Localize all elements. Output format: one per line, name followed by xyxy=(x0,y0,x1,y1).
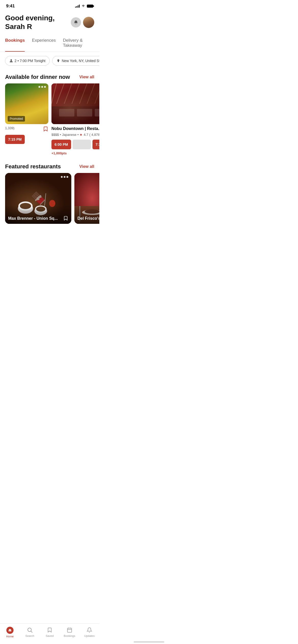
card-image-wrap: Promoted xyxy=(5,83,48,124)
card-info: 1,339) 7:15 PM xyxy=(5,124,48,144)
svg-line-2 xyxy=(51,83,57,104)
tabs: Bookings Experiences Delivery & Takeaway xyxy=(0,35,99,52)
tab-delivery[interactable]: Delivery & Takeaway xyxy=(63,35,87,52)
nobu-star: ★ xyxy=(79,133,83,137)
avatar[interactable] xyxy=(83,17,94,28)
nobu-time-715[interactable]: 7:15 PM xyxy=(92,140,99,149)
nobu-meta: $$$$ • Japanese • ★ 4.7 ( 4,878 ) xyxy=(51,133,99,137)
maxbrenner-name-row: Max Brenner - Union Sq... xyxy=(5,206,71,224)
restaurant-cards-scroll: Promoted 1,339) 7:15 PM xyxy=(0,83,99,159)
maxbrenner-name: Max Brenner - Union Sq... xyxy=(8,216,61,221)
featured-section: Featured restaurants View all xyxy=(0,159,99,229)
svg-rect-1 xyxy=(51,83,99,124)
nobu-name: Nobu Downtown | Resta... xyxy=(51,126,99,131)
svg-line-5 xyxy=(72,83,79,104)
svg-rect-10 xyxy=(51,106,99,124)
delfrisco-name: Del Frisco's G xyxy=(77,216,99,221)
maxbrenner-image: Max Brenner - Union Sq... xyxy=(5,173,71,224)
person-icon xyxy=(9,59,13,63)
location-filter[interactable]: New York, NY, United States xyxy=(52,56,99,66)
location-icon xyxy=(57,59,60,63)
signal-icon xyxy=(75,5,80,8)
promoted-badge: Promoted xyxy=(8,116,25,122)
tab-experiences[interactable]: Experiences xyxy=(32,35,56,52)
svg-rect-12 xyxy=(77,109,92,116)
header-actions xyxy=(71,17,94,28)
guests-filter-label: 2 • 7:00 PM Tonight xyxy=(15,59,45,63)
svg-line-23 xyxy=(45,193,46,206)
svg-rect-0 xyxy=(51,83,99,124)
nobu-image-wrap xyxy=(51,83,99,124)
filter-row: 2 • 7:00 PM Tonight New York, NY, United… xyxy=(0,52,99,70)
featured-title: Featured restaurants xyxy=(5,163,61,170)
featured-cards-scroll: Max Brenner - Union Sq... xyxy=(0,173,99,224)
available-title: Available for dinner now xyxy=(5,74,70,80)
delfrisco-image: Del Frisco's G xyxy=(74,173,99,224)
greeting-text: Good evening, Sarah R xyxy=(5,14,71,31)
time-buttons: 7:15 PM xyxy=(5,135,48,144)
status-bar: 9:41 xyxy=(0,0,99,11)
featured-section-header: Featured restaurants View all xyxy=(0,159,99,173)
available-section-header: Available for dinner now View all xyxy=(0,70,99,83)
card-top-row: 1,339) xyxy=(5,126,48,132)
nobu-cuisine: Japanese xyxy=(62,133,76,137)
svg-line-4 xyxy=(64,83,72,104)
nobu-time-buttons: 6:00 PM 7:15 PM xyxy=(51,140,99,149)
featured-card-maxbrenner[interactable]: Max Brenner - Union Sq... xyxy=(5,173,71,224)
nobu-review-count: 4,878 xyxy=(91,133,99,137)
nobu-card-top-row: Nobu Downtown | Resta... xyxy=(51,126,99,132)
svg-line-6 xyxy=(79,83,87,104)
nobu-rating: 4.7 xyxy=(84,133,88,137)
featured-card-delfrisco[interactable]: Del Frisco's G xyxy=(74,173,99,224)
tab-bookings[interactable]: Bookings xyxy=(5,35,25,52)
delfrisco-name-row: Del Frisco's G xyxy=(74,206,99,224)
time-button-715[interactable]: 7:15 PM xyxy=(5,135,25,144)
maxbrenner-bookmark[interactable] xyxy=(63,216,68,221)
nobu-image xyxy=(51,83,99,124)
maxbrenner-dots xyxy=(61,176,68,178)
svg-rect-11 xyxy=(59,109,74,116)
battery-icon xyxy=(87,5,93,8)
header: Good evening, Sarah R xyxy=(0,11,99,35)
restaurant-card-nobu[interactable]: Nobu Downtown | Resta... $$$$ • Japanese… xyxy=(51,83,99,155)
svg-line-7 xyxy=(87,83,95,104)
status-icons xyxy=(75,5,93,8)
bookmark-icon[interactable] xyxy=(43,126,48,132)
nobu-decor xyxy=(51,83,99,124)
bell-icon xyxy=(74,20,78,25)
featured-view-all[interactable]: View all xyxy=(79,164,94,169)
nobu-time-600[interactable]: 6:00 PM xyxy=(51,140,71,149)
notification-button[interactable] xyxy=(71,17,81,27)
nobu-points: +1,000pts xyxy=(51,151,99,155)
card-dots xyxy=(38,86,46,88)
wifi-icon xyxy=(81,5,85,8)
location-filter-label: New York, NY, United States xyxy=(62,59,99,63)
nobu-time-empty xyxy=(73,140,91,149)
status-time: 9:41 xyxy=(6,4,15,9)
nobu-price: $$$$ xyxy=(51,133,59,137)
svg-rect-13 xyxy=(95,109,99,116)
nobu-card-info: Nobu Downtown | Resta... $$$$ • Japanese… xyxy=(51,124,99,155)
card-review-count: 1,339) xyxy=(5,126,15,130)
svg-line-8 xyxy=(95,83,99,104)
svg-line-3 xyxy=(57,83,64,104)
available-view-all[interactable]: View all xyxy=(79,75,94,79)
guests-filter[interactable]: 2 • 7:00 PM Tonight xyxy=(5,56,50,66)
restaurant-card-promoted[interactable]: Promoted 1,339) 7:15 PM xyxy=(5,83,48,155)
